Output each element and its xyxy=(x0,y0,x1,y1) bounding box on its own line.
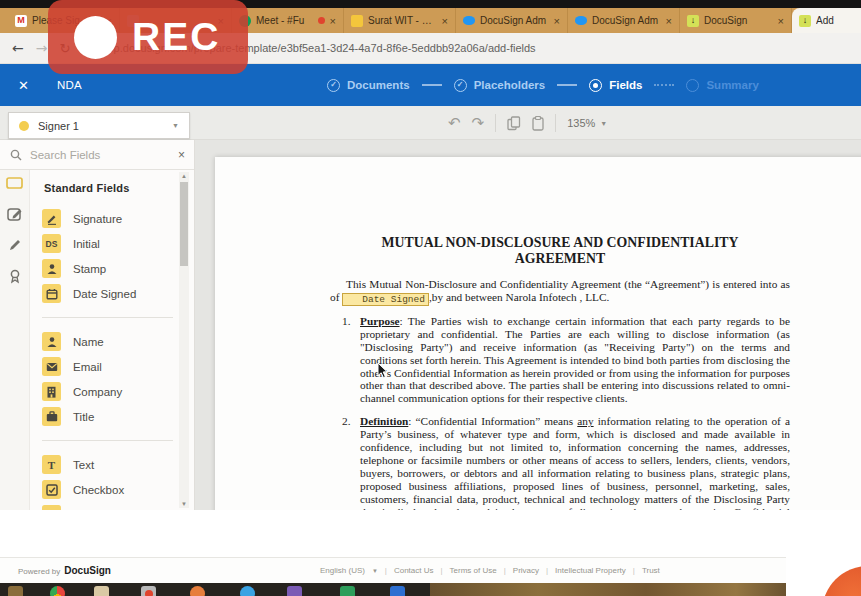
blue-square-app-icon[interactable] xyxy=(390,586,405,596)
step-label: Summary xyxy=(706,79,758,91)
field-item-checkbox[interactable]: Checkbox xyxy=(42,477,175,502)
field-item-name[interactable]: Name xyxy=(42,329,175,354)
calendar-icon xyxy=(42,284,61,303)
field-item-dropdown[interactable]: Dropdown xyxy=(42,502,175,510)
chrome-icon[interactable] xyxy=(50,586,65,596)
circle-outline-icon xyxy=(686,79,699,92)
close-template-icon[interactable]: ✕ xyxy=(18,78,29,93)
tab-close-icon[interactable]: × xyxy=(442,15,448,27)
zoom-control[interactable]: 135% ▼ xyxy=(567,117,607,129)
tab-label: DocuSign Adm xyxy=(592,15,661,26)
draw-tab-icon[interactable] xyxy=(8,238,22,252)
chevron-down-icon: ▼ xyxy=(372,568,378,574)
list-item-purpose: 1. Purpose: The Parties wish to exchange… xyxy=(330,315,790,405)
scrollbar-thumb[interactable] xyxy=(180,182,188,266)
browser-tab-docusign[interactable]: ↓ DocuSign × xyxy=(680,8,792,33)
docusign-cloud-icon xyxy=(575,16,587,25)
browser-tab-surat[interactable]: Surat WIT - Fur × xyxy=(344,8,456,33)
step-documents[interactable]: ✓ Documents xyxy=(327,79,410,92)
section-title: Standard Fields xyxy=(44,182,175,194)
orange-app-icon[interactable] xyxy=(190,586,205,596)
scroll-down-icon[interactable]: ▼ xyxy=(179,501,189,507)
browser-tab-add-active[interactable]: ↓ Add xyxy=(792,8,861,33)
footer-link-privacy[interactable]: Privacy xyxy=(513,566,539,575)
tab-close-icon[interactable]: × xyxy=(554,15,560,27)
copy-icon[interactable] xyxy=(507,116,521,131)
forward-icon[interactable]: → xyxy=(36,40,48,56)
document-page: MUTUAL NON-DISCLOSURE AND CONFIDENTIALIT… xyxy=(215,157,861,510)
browser-tab-docusign-admin-1[interactable]: DocuSign Adm × xyxy=(456,8,568,33)
sheet-icon xyxy=(351,15,363,27)
template-title: NDA xyxy=(57,79,82,91)
sidebar-scrollbar[interactable]: ▲ ▼ xyxy=(179,172,189,508)
field-item-company[interactable]: Company xyxy=(42,379,175,404)
undo-icon[interactable]: ↶ xyxy=(448,116,461,131)
placed-date-signed-field[interactable]: Date Signed xyxy=(342,293,429,306)
custom-fields-tab-icon[interactable] xyxy=(7,207,23,221)
scroll-up-icon[interactable]: ▲ xyxy=(179,173,189,179)
search-icon xyxy=(10,149,22,161)
standard-fields-tab-icon[interactable] xyxy=(6,176,23,190)
tab-close-icon[interactable]: × xyxy=(666,15,672,27)
recipient-selector[interactable]: Signer 1 ▼ xyxy=(8,112,190,139)
browser-tab-docusign-admin-2[interactable]: DocuSign Adm × xyxy=(568,8,680,33)
green-app-icon[interactable] xyxy=(340,586,355,596)
step-connector-dotted xyxy=(654,84,674,86)
list-divider xyxy=(42,317,173,318)
search-fields-box[interactable]: Search Fields × xyxy=(0,140,195,170)
language-selector[interactable]: English (US) xyxy=(320,566,365,575)
chevron-down-icon: ▼ xyxy=(172,122,179,129)
step-summary[interactable]: Summary xyxy=(686,79,758,92)
footer-link-contact-us[interactable]: Contact Us xyxy=(394,566,434,575)
back-icon[interactable]: ← xyxy=(12,40,24,56)
tab-close-icon[interactable]: × xyxy=(330,15,336,27)
blue-circle-app-icon[interactable] xyxy=(240,586,255,596)
folder-icon[interactable] xyxy=(94,586,109,596)
briefcase-icon xyxy=(42,407,61,426)
field-item-email[interactable]: Email xyxy=(42,354,175,379)
field-item-stamp[interactable]: Stamp xyxy=(42,256,175,281)
recorder-icon[interactable] xyxy=(141,586,156,596)
field-item-initial[interactable]: DS Initial xyxy=(42,231,175,256)
workflow-steps: ✓ Documents ✓ Placeholders Fields Summar… xyxy=(327,64,759,106)
field-item-text[interactable]: T Text xyxy=(42,452,175,477)
envelope-icon xyxy=(42,357,61,376)
redo-icon[interactable]: ↷ xyxy=(472,116,485,131)
brown-app-icon[interactable] xyxy=(8,586,23,596)
footer-link-trust[interactable]: Trust xyxy=(642,566,660,575)
list-item-definition: 2. Definition: “Confidential Information… xyxy=(330,415,790,510)
screen-recorder-overlay[interactable]: REC xyxy=(48,0,248,74)
docusign-cloud-icon xyxy=(463,16,475,25)
standard-fields-list: Standard Fields Signature DS Initial Sta… xyxy=(30,170,195,510)
browser-tab-meet[interactable]: Meet - #Fu × xyxy=(232,8,344,33)
clear-search-icon[interactable]: × xyxy=(178,148,185,162)
tab-label: Meet - #Fu xyxy=(256,15,313,26)
search-input[interactable]: Search Fields xyxy=(30,149,170,161)
seal-tab-icon[interactable] xyxy=(9,269,21,283)
field-category-rail xyxy=(0,170,30,510)
purple-app-icon[interactable] xyxy=(287,586,302,596)
tab-label: DocuSign Adm xyxy=(480,15,549,26)
tab-close-icon[interactable]: × xyxy=(778,15,784,27)
checkbox-icon xyxy=(42,480,61,499)
footer-links: English (US) ▼ | Contact Us | Terms of U… xyxy=(320,566,660,575)
signature-pen-icon xyxy=(42,209,61,228)
footer-link-terms[interactable]: Terms of Use xyxy=(450,566,497,575)
recipient-color-dot xyxy=(19,121,29,131)
document-title: MUTUAL NON-DISCLOSURE AND CONFIDENTIALIT… xyxy=(330,235,790,266)
record-dot-icon xyxy=(74,16,117,59)
toolbar-divider xyxy=(555,114,556,132)
document-text: MUTUAL NON-DISCLOSURE AND CONFIDENTIALIT… xyxy=(330,235,790,510)
stamp-person-icon xyxy=(42,259,61,278)
field-item-date-signed[interactable]: Date Signed xyxy=(42,281,175,306)
field-item-signature[interactable]: Signature xyxy=(42,206,175,231)
tab-label: Surat WIT - Fur xyxy=(368,15,437,26)
footer-link-ip[interactable]: Intellectual Property xyxy=(555,566,626,575)
docusign-logo: DocuSign xyxy=(64,565,111,576)
step-fields[interactable]: Fields xyxy=(589,79,642,92)
step-placeholders[interactable]: ✓ Placeholders xyxy=(454,79,546,92)
paste-icon[interactable] xyxy=(532,116,544,131)
definition-term: Definition xyxy=(360,415,408,427)
purpose-term: Purpose xyxy=(360,315,400,327)
field-item-title[interactable]: Title xyxy=(42,404,175,429)
